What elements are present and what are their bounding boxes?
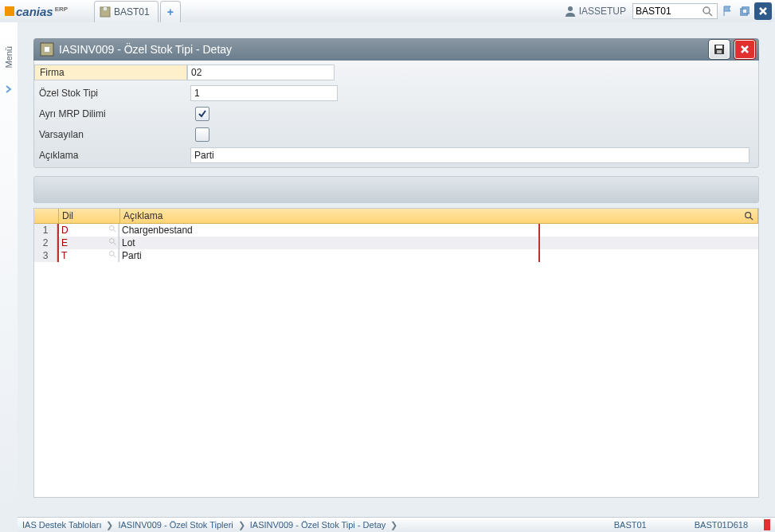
current-user[interactable]: IASSETUP [565, 0, 626, 22]
table-header: Dil Açıklama [34, 209, 758, 224]
cell-dil[interactable]: T [57, 249, 119, 262]
crumb-1[interactable]: IAS Destek Tabloları [18, 520, 106, 530]
detail-form: Firma 02 Özel Stok Tipi 1 Ayrı MRP Dilim… [33, 61, 759, 168]
table-row[interactable]: 3TParti [34, 249, 758, 262]
new-tab-button[interactable]: + [160, 1, 181, 22]
svg-rect-1 [104, 7, 107, 10]
col-rownum[interactable] [34, 209, 59, 223]
default-label: Varsayılan [34, 129, 190, 140]
default-checkbox[interactable] [195, 127, 209, 142]
table-row[interactable]: 2ELot [34, 237, 758, 249]
cell-dil[interactable]: E [57, 237, 119, 249]
svg-line-21 [113, 242, 115, 244]
svg-line-4 [709, 13, 712, 16]
help-button[interactable] [722, 4, 736, 18]
tip-label: Özel Stok Tipi [34, 88, 190, 99]
close-icon [757, 6, 769, 17]
firma-label: Firma [34, 65, 187, 80]
tab-bar: BAST01 + [92, 0, 181, 22]
svg-rect-5 [741, 9, 747, 15]
svg-line-17 [750, 217, 753, 220]
firma-field[interactable]: 02 [187, 65, 335, 80]
panel-title: IASINV009 - Özel Stok Tipi - Detay [59, 43, 705, 56]
table-row[interactable]: 1DChargenbestand [34, 224, 758, 237]
left-rail: Menü [0, 22, 18, 518]
panel-icon [40, 42, 54, 57]
chevron-right-icon [4, 84, 14, 94]
svg-point-22 [109, 251, 114, 256]
puzzle-icon [100, 6, 111, 18]
svg-line-23 [113, 255, 115, 257]
chevron-right-icon: ❯ [390, 520, 397, 530]
svg-point-2 [568, 6, 573, 11]
crumb-2[interactable]: IASINV009 - Özel Stok Tipleri [113, 520, 237, 530]
desc-label: Açıklama [34, 150, 190, 161]
logo-text: canias [16, 5, 53, 18]
restore-icon [738, 5, 751, 18]
desc-field[interactable]: Parti [190, 147, 750, 163]
cell-rownum: 2 [34, 237, 57, 249]
col-dil[interactable]: Dil [59, 209, 120, 223]
svg-line-19 [113, 229, 115, 232]
save-icon [713, 43, 726, 56]
col-aciklama-label: Açıklama [123, 210, 162, 221]
search-icon [108, 237, 116, 245]
row-mrp: Ayrı MRP Dilimi [34, 104, 758, 124]
breadcrumb-bar: IAS Destek Tabloları ❯ IASINV009 - Özel … [18, 517, 775, 532]
window-button[interactable] [738, 4, 752, 18]
close-panel-button[interactable] [734, 39, 756, 60]
tip-field[interactable]: 1 [190, 85, 338, 101]
row-firma: Firma 02 [34, 62, 758, 83]
cell-aciklama[interactable]: Chargenbestand [119, 224, 540, 237]
app-logo: caniasERP [0, 0, 92, 22]
search-icon [744, 211, 753, 221]
row-default: Varsayılan [34, 124, 758, 145]
logo-sup: ERP [55, 6, 68, 13]
status-indicator [764, 519, 770, 530]
svg-point-18 [109, 225, 114, 230]
col-aciklama[interactable]: Açıklama [120, 209, 758, 223]
cell-rownum: 1 [34, 224, 57, 237]
search-icon [108, 250, 116, 258]
mrp-checkbox[interactable] [195, 107, 209, 121]
check-icon [198, 109, 207, 119]
table-search-button[interactable] [742, 209, 755, 222]
menu-label[interactable]: Menü [4, 46, 14, 68]
expand-rail-button[interactable] [4, 84, 14, 94]
chevron-right-icon: ❯ [106, 520, 113, 530]
svg-rect-6 [742, 7, 749, 14]
svg-point-20 [109, 238, 114, 243]
mrp-label: Ayrı MRP Dilimi [34, 108, 190, 119]
row-tip: Özel Stok Tipi 1 [34, 83, 758, 104]
cell-rownum: 3 [34, 249, 57, 262]
content-area: IASINV009 - Özel Stok Tipi - Detay Firma… [18, 22, 775, 518]
search-icon [108, 225, 116, 233]
translations-table: Dil Açıklama 1DChargenbestand2ELot3TPart… [33, 208, 759, 498]
crumb-3[interactable]: IASINV009 - Özel Stok Tipi - Detay [245, 520, 391, 530]
table-body: 1DChargenbestand2ELot3TParti [34, 224, 758, 262]
tab-label: BAST01 [114, 6, 150, 18]
cell-dil[interactable]: D [57, 224, 119, 237]
plus-icon: + [167, 6, 174, 18]
svg-rect-12 [716, 45, 722, 49]
search-icon [702, 6, 713, 17]
tab-bast01[interactable]: BAST01 [94, 1, 159, 22]
panel-header: IASINV009 - Özel Stok Tipi - Detay [33, 38, 759, 61]
flag-icon [722, 5, 735, 18]
global-search[interactable] [632, 3, 718, 19]
close-icon [739, 44, 750, 55]
close-app-button[interactable] [754, 2, 772, 20]
search-input[interactable] [633, 5, 702, 18]
topbar: caniasERP BAST01 + IASSETUP [0, 0, 775, 23]
user-name: IASSETUP [579, 6, 626, 17]
status-code-2: BAST01D618 [679, 520, 764, 530]
cell-aciklama[interactable]: Parti [119, 249, 540, 262]
cell-aciklama[interactable]: Lot [119, 237, 540, 249]
svg-point-16 [746, 213, 751, 218]
row-desc: Açıklama Parti [34, 145, 758, 166]
svg-rect-10 [45, 47, 49, 52]
svg-rect-13 [717, 50, 722, 53]
detail-panel: IASINV009 - Özel Stok Tipi - Detay Firma… [33, 38, 759, 168]
status-code-1: BAST01 [582, 520, 679, 530]
save-button[interactable] [708, 39, 730, 60]
